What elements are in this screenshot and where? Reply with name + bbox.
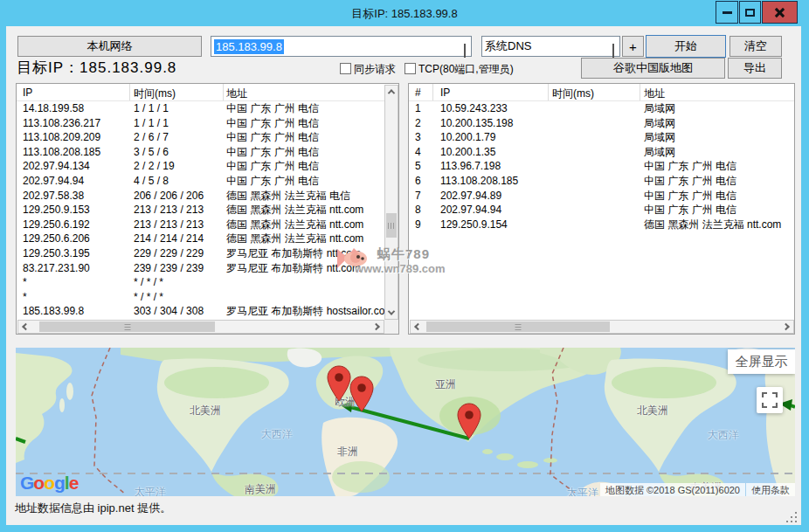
route-num: 1 <box>409 101 433 116</box>
scrollbar-thumb[interactable] <box>426 321 610 332</box>
dns-combobox[interactable]: 系统DNS <box>481 36 620 57</box>
scroll-right-button[interactable] <box>371 321 384 333</box>
google-logo-letter: G <box>20 473 33 493</box>
vertical-scrollbar[interactable] <box>384 85 398 320</box>
route-row[interactable]: 6 113.108.208.185 中国 广东 广州 电信 <box>409 174 794 189</box>
minimize-button[interactable] <box>716 1 738 24</box>
horizontal-scrollbar[interactable] <box>410 320 794 334</box>
resize-grip[interactable] <box>785 510 799 523</box>
target-ip-combobox[interactable]: 185.183.99.8 <box>211 36 472 57</box>
trace-row[interactable]: * * / * / * <box>17 275 398 290</box>
column-header-addr[interactable]: 地址 <box>640 84 794 100</box>
fullscreen-icon[interactable] <box>757 387 783 413</box>
map-attribution: 地图数据 ©2018 GS(2011)6020 <box>600 483 745 496</box>
trace-row[interactable]: 202.97.58.38 206 / 206 / 206 德国 黑森州 法兰克福… <box>17 189 398 204</box>
trace-addr <box>224 290 398 305</box>
trace-time: 213 / 213 / 213 <box>130 203 224 218</box>
scroll-up-button[interactable] <box>385 86 398 98</box>
chevron-down-icon[interactable] <box>464 44 466 56</box>
tcp-mode-checkbox[interactable] <box>404 63 416 74</box>
route-row[interactable]: 1 10.59.243.233 局域网 <box>409 101 794 116</box>
trace-time: * / * / * <box>130 275 224 290</box>
trace-row[interactable]: 202.97.94.134 2 / 2 / 19 中国 广东 广州 电信 <box>17 159 398 174</box>
fullscreen-button[interactable]: 全屏显示 <box>728 349 795 374</box>
route-num: 2 <box>409 116 433 131</box>
trace-time: 1 / 1 / 1 <box>130 101 224 116</box>
trace-row[interactable]: 113.108.208.185 3 / 5 / 6 中国 广东 广州 电信 <box>17 145 398 160</box>
route-row[interactable]: 9 129.250.9.154 德国 黑森州 法兰克福 ntt.com <box>409 218 794 232</box>
scrollbar-thumb[interactable] <box>39 321 215 332</box>
route-row[interactable]: 2 10.200.135.198 局域网 <box>409 116 794 131</box>
trace-addr: 德国 黑森州 法兰克福 电信 <box>224 189 398 204</box>
route-num: 6 <box>409 174 433 189</box>
trace-row[interactable]: * * / * / * <box>17 290 398 305</box>
route-num: 3 <box>409 130 433 145</box>
export-button[interactable]: 导出 <box>728 58 782 79</box>
route-table-header: # IP 时间(ms) 地址 <box>409 84 794 101</box>
world-map[interactable]: 北美洲大西洋欧洲非洲南美洲太平洋亚洲北美洲大西洋南美洲太平洋 全屏显示 <box>16 348 795 496</box>
column-header-num[interactable]: # <box>409 84 433 100</box>
target-ip-text: 185.183.99.8 <box>80 59 176 76</box>
status-bar: 地址数据信息由 ipip.net 提供。 <box>15 501 171 516</box>
route-ip: 129.250.9.154 <box>433 218 549 232</box>
sync-request-checkbox[interactable] <box>340 63 351 74</box>
trace-addr: 德国 黑森州 法兰克福 ntt.com <box>224 231 398 246</box>
trace-row[interactable]: 202.97.94.94 4 / 5 / 8 中国 广东 广州 电信 <box>17 174 398 189</box>
map-pin[interactable] <box>457 403 481 439</box>
route-row[interactable]: 3 10.200.1.79 局域网 <box>409 130 794 145</box>
trace-table-header: IP 时间(ms) 地址 <box>17 84 398 101</box>
route-row[interactable]: 4 10.200.1.35 局域网 <box>409 145 794 160</box>
trace-row[interactable]: 185.183.99.8 303 / 304 / 308 罗马尼亚 布加勒斯特 … <box>17 304 398 319</box>
route-ip: 202.97.94.89 <box>433 189 549 204</box>
trace-row[interactable]: 129.250.3.195 229 / 229 / 229 罗马尼亚 布加勒斯特… <box>17 246 398 261</box>
google-logo-letter: g <box>54 473 65 493</box>
google-logo[interactable]: Google <box>20 473 78 494</box>
trace-row[interactable]: 83.217.231.90 239 / 239 / 239 罗马尼亚 布加勒斯特… <box>17 261 398 276</box>
column-header-time[interactable]: 时间(ms) <box>130 84 224 100</box>
trace-row[interactable]: 113.108.209.209 2 / 6 / 7 中国 广东 广州 电信 <box>17 130 398 145</box>
map-pin[interactable] <box>349 376 374 412</box>
chevron-down-icon[interactable] <box>612 44 614 56</box>
local-network-button[interactable]: 本机网络 <box>17 36 202 57</box>
trace-row[interactable]: 113.108.236.217 1 / 1 / 1 中国 广东 广州 电信 <box>17 116 398 131</box>
close-button[interactable] <box>762 1 798 24</box>
column-header-ip[interactable]: IP <box>17 84 130 100</box>
google-logo-letter: o <box>44 473 54 493</box>
scrollbar-thumb[interactable] <box>386 213 397 238</box>
clear-button[interactable]: 清空 <box>729 36 782 57</box>
trace-addr <box>224 275 398 290</box>
scroll-down-button[interactable] <box>385 307 398 319</box>
route-row[interactable]: 8 202.97.94.94 中国 广东 广州 电信 <box>409 203 794 218</box>
trace-time: 213 / 213 / 213 <box>130 218 224 232</box>
start-button[interactable]: 开始 <box>646 35 726 58</box>
trace-row[interactable]: 129.250.6.192 213 / 213 / 213 德国 黑森州 法兰克… <box>17 218 398 232</box>
trace-table: IP 时间(ms) 地址 14.18.199.58 1 / 1 / 1 中国 广… <box>16 83 399 335</box>
route-time <box>549 145 640 160</box>
scroll-left-button[interactable] <box>18 321 31 333</box>
maximize-button[interactable] <box>739 1 761 24</box>
column-header-ip[interactable]: IP <box>433 84 549 100</box>
trace-row[interactable]: 129.250.9.153 213 / 213 / 213 德国 黑森州 法兰克… <box>17 203 398 218</box>
add-dns-button[interactable]: + <box>622 36 644 57</box>
terms-link[interactable]: 使用条款 <box>746 483 795 496</box>
route-ip: 10.200.1.79 <box>433 130 549 145</box>
trace-ip: 14.18.199.58 <box>17 101 130 116</box>
scroll-left-button[interactable] <box>411 321 423 333</box>
route-addr: 中国 广东 广州 电信 <box>640 159 794 174</box>
column-header-time[interactable]: 时间(ms) <box>549 84 640 100</box>
column-header-addr[interactable]: 地址 <box>224 84 398 100</box>
trace-row[interactable]: 14.18.199.58 1 / 1 / 1 中国 广东 广州 电信 <box>17 101 398 116</box>
close-icon <box>774 7 785 18</box>
map-pin[interactable] <box>327 365 351 402</box>
trace-time: 214 / 214 / 214 <box>130 231 224 246</box>
route-row[interactable]: 5 113.96.7.198 中国 广东 广州 电信 <box>409 159 794 174</box>
horizontal-scrollbar[interactable] <box>17 320 384 334</box>
trace-ip: 83.217.231.90 <box>17 261 130 276</box>
route-row[interactable]: 7 202.97.94.89 中国 广东 广州 电信 <box>409 189 794 204</box>
scroll-right-button[interactable] <box>781 321 793 333</box>
google-china-map-button[interactable]: 谷歌中国版地图 <box>581 58 725 79</box>
map-region-label: 南美洲 <box>245 482 276 497</box>
trace-ip: 129.250.3.195 <box>17 246 130 261</box>
trace-row[interactable]: 129.250.6.206 214 / 214 / 214 德国 黑森州 法兰克… <box>17 231 398 246</box>
route-rows: 1 10.59.243.233 局域网 2 10.200.135.198 局域网… <box>409 101 794 320</box>
